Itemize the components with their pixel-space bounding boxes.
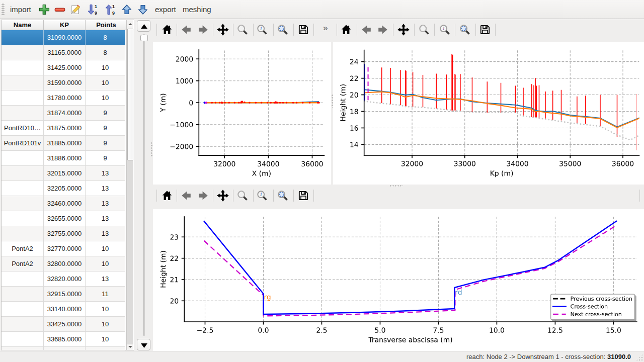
svg-text:9: 9 <box>112 11 115 16</box>
svg-text:9: 9 <box>95 11 97 16</box>
svg-text:1: 1 <box>112 4 115 9</box>
svg-text:1: 1 <box>95 4 97 9</box>
